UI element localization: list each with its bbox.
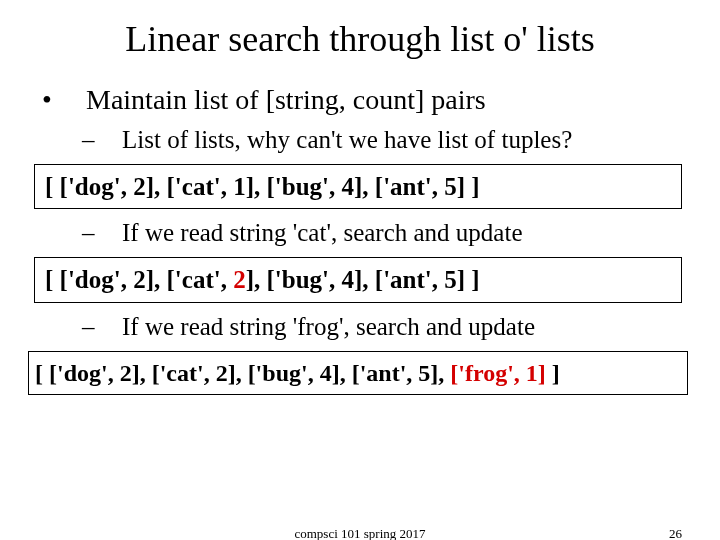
bullet-level2-b: –If we read string 'cat', search and upd… <box>102 219 696 247</box>
bullet-dot: • <box>64 84 86 116</box>
code-box-2-part-a: [ ['dog', 2], ['cat', <box>45 266 233 293</box>
footer-center: compsci 101 spring 2017 <box>294 526 425 540</box>
code-box-1: [ ['dog', 2], ['cat', 1], ['bug', 4], ['… <box>34 164 682 209</box>
slide-title: Linear search through list o' lists <box>24 18 696 60</box>
bullet-level2-a: –List of lists, why can't we have list o… <box>102 126 696 154</box>
bullet-level2-c: –If we read string 'frog', search and up… <box>102 313 696 341</box>
bullet-level1-text: Maintain list of [string, count] pairs <box>86 84 486 115</box>
code-box-3-highlight: ['frog', 1] <box>450 360 546 386</box>
code-box-1-text: [ ['dog', 2], ['cat', 1], ['bug', 4], ['… <box>45 173 480 200</box>
bullet-level1: •Maintain list of [string, count] pairs <box>64 84 696 116</box>
code-box-2-part-b: ], ['bug', 4], ['ant', 5] ] <box>246 266 480 293</box>
code-box-3: [ ['dog', 2], ['cat', 2], ['bug', 4], ['… <box>28 351 688 395</box>
page-number: 26 <box>669 526 682 540</box>
bullet-level2-a-text: List of lists, why can't we have list of… <box>122 126 572 153</box>
dash-icon: – <box>102 219 122 247</box>
code-box-2: [ ['dog', 2], ['cat', 2], ['bug', 4], ['… <box>34 257 682 302</box>
bullet-level2-c-text: If we read string 'frog', search and upd… <box>122 313 535 340</box>
code-box-2-highlight: 2 <box>233 266 246 293</box>
dash-icon: – <box>102 126 122 154</box>
code-box-3-part-a: [ ['dog', 2], ['cat', 2], ['bug', 4], ['… <box>35 360 450 386</box>
dash-icon: – <box>102 313 122 341</box>
code-box-3-part-b: ] <box>546 360 560 386</box>
bullet-level2-b-text: If we read string 'cat', search and upda… <box>122 219 523 246</box>
